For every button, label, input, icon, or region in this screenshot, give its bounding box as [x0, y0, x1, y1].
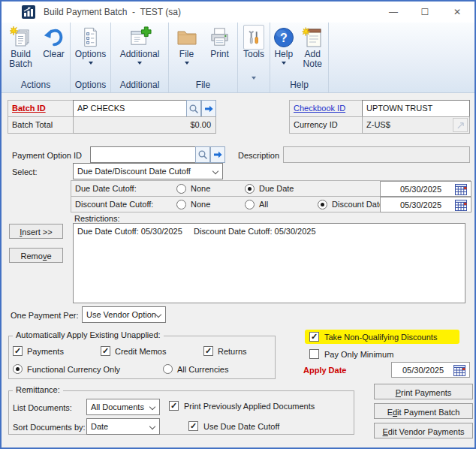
toolbar-group-options: Options Options — [71, 23, 111, 92]
build-batch-icon — [9, 25, 33, 50]
all-currencies-radio[interactable] — [163, 364, 173, 374]
chevron-down-icon — [149, 423, 155, 429]
remove-button[interactable]: Remove — [9, 248, 63, 263]
calendar-icon[interactable] — [453, 365, 465, 376]
tools-label: Tools — [243, 50, 264, 59]
functional-currency-radio[interactable] — [13, 364, 23, 374]
returns-label: Returns — [218, 347, 247, 356]
add-note-icon — [301, 25, 324, 50]
toolbar-group-actions: Build Batch Clear Actions — [2, 23, 71, 92]
due-date-radio[interactable] — [245, 184, 255, 194]
batch-id-field[interactable]: AP CHECKS — [73, 100, 187, 117]
select-dropdown[interactable]: Due Date/Discount Date Cutoff — [73, 163, 223, 179]
svg-text:?: ? — [280, 32, 288, 44]
toolbar-spacer — [329, 23, 474, 92]
chevron-down-icon — [137, 62, 142, 65]
due-none-label: None — [191, 184, 210, 193]
undo-arrow-icon — [43, 25, 65, 50]
apply-date-field[interactable]: 05/30/2025 — [391, 362, 470, 378]
use-due-date-cutoff-checkbox[interactable] — [188, 421, 198, 431]
toolbar: Build Batch Clear Actions — [2, 23, 474, 93]
chevron-down-icon — [89, 62, 93, 65]
toolbar-group-label-file: File — [169, 80, 237, 92]
file-label: File — [179, 50, 194, 59]
one-payment-per-dropdown[interactable]: Use Vendor Option — [82, 306, 166, 323]
build-batch-button[interactable]: Build Batch — [3, 25, 39, 69]
checkbook-id-link[interactable]: Checkbook ID — [294, 104, 345, 113]
additional-label: Additional — [120, 50, 160, 59]
list-documents-label: List Documents: — [13, 403, 72, 412]
titlebar: Build Payment Batch - TEST (sa) — ☐ ✕ — [2, 2, 474, 23]
expand-arrow-disabled-icon — [456, 121, 465, 130]
payment-option-id-field[interactable] — [90, 146, 196, 163]
maximize-button[interactable]: ☐ — [417, 5, 433, 19]
remittance-groupbox: Remittance: List Documents: All Document… — [8, 390, 354, 435]
batch-id-expand-button[interactable] — [201, 100, 216, 117]
additional-button[interactable]: Additional — [111, 25, 168, 65]
blue-arrow-icon — [203, 104, 214, 114]
currency-id-label-cell: Currency ID — [289, 116, 363, 134]
due-date-field[interactable]: 05/30/2025 — [380, 181, 471, 197]
payments-label: Payments — [27, 347, 64, 356]
print-payments-button[interactable]: Print Payments — [374, 384, 473, 399]
sort-documents-dropdown[interactable]: Date — [86, 418, 160, 435]
checkbook-id-field[interactable]: UPTOWN TRUST — [362, 100, 470, 117]
toolbar-group-tools: Tools — [238, 23, 270, 92]
pay-only-minimum-label: Pay Only Minimum — [324, 350, 393, 359]
edit-vendor-payments-button[interactable]: Edit Vendor Payments — [374, 423, 473, 438]
help-icon: ? — [273, 25, 295, 50]
currency-expand-button-disabled — [453, 118, 468, 132]
calendar-icon[interactable] — [455, 184, 467, 195]
options-label: Options — [75, 50, 106, 59]
take-non-qualifying-discounts-checkbox[interactable] — [309, 332, 319, 342]
help-button[interactable]: ? Help — [270, 25, 297, 65]
add-note-button[interactable]: Add Note — [297, 25, 328, 69]
one-payment-per-value: Use Vendor Option — [86, 310, 156, 319]
list-documents-dropdown[interactable]: All Documents — [86, 399, 160, 415]
discount-all-radio[interactable] — [245, 200, 255, 209]
app-icon — [22, 5, 35, 19]
payments-checkbox[interactable] — [13, 346, 23, 356]
batch-id-lookup-button[interactable] — [186, 100, 201, 117]
credit-memos-checkbox[interactable] — [101, 346, 110, 356]
calendar-icon[interactable] — [455, 200, 467, 211]
discount-none-radio[interactable] — [176, 200, 186, 209]
edit-payment-batch-button[interactable]: Edit Payment Batch — [374, 403, 473, 419]
discount-date-cutoff-label: Discount Date Cutoff: — [75, 200, 153, 209]
blue-arrow-icon — [212, 149, 223, 160]
returns-checkbox[interactable] — [203, 346, 213, 356]
discount-date-field[interactable]: 05/30/2025 — [380, 197, 471, 212]
tools-button[interactable]: Tools — [238, 25, 270, 59]
chevron-down-icon — [282, 62, 286, 65]
use-due-date-cutoff-label: Use Due Date Cutoff — [203, 422, 279, 431]
checkbook-id-label-cell: Checkbook ID — [289, 100, 363, 117]
print-previously-applied-checkbox[interactable] — [169, 401, 179, 411]
auto-apply-group-label: Automatically Apply Existing Unapplied: — [13, 330, 164, 339]
file-button[interactable]: File — [170, 25, 203, 65]
sort-documents-label: Sort Documents by: — [13, 423, 86, 432]
magnifier-icon — [188, 104, 199, 114]
options-button[interactable]: Options — [71, 25, 110, 65]
restrictions-listbox[interactable]: Due Date Cutoff: 05/30/2025 Discount Dat… — [73, 223, 465, 303]
clear-button[interactable]: Clear — [39, 25, 69, 59]
toolbar-group-additional: Additional Additional — [111, 23, 169, 92]
form-area: Batch ID AP CHECKS Batch Total $0.00 Che… — [2, 93, 474, 447]
pay-only-minimum-checkbox[interactable] — [309, 349, 319, 359]
discount-date-radio-label: Discount Date — [332, 200, 384, 209]
restriction-item[interactable]: Due Date Cutoff: 05/30/2025 Discount Dat… — [77, 227, 316, 236]
restrictions-label: Restrictions: — [74, 214, 120, 223]
due-none-radio[interactable] — [176, 184, 186, 194]
close-button[interactable]: ✕ — [449, 5, 465, 19]
discount-date-radio[interactable] — [318, 200, 327, 209]
chevron-down-icon — [155, 312, 161, 318]
payment-option-lookup-button[interactable] — [195, 146, 210, 163]
toolbar-group-label-help: Help — [270, 80, 328, 92]
magnifier-icon — [197, 149, 208, 160]
print-button[interactable]: Print — [203, 25, 236, 59]
print-previously-applied-label: Print Previously Applied Documents — [184, 402, 315, 411]
payment-option-expand-button[interactable] — [210, 146, 225, 163]
insert-button[interactable]: Insert >> — [9, 224, 63, 239]
discount-date-value: 05/30/2025 — [400, 200, 441, 209]
minimize-button[interactable]: — — [385, 5, 402, 19]
discount-none-label: None — [191, 200, 210, 209]
